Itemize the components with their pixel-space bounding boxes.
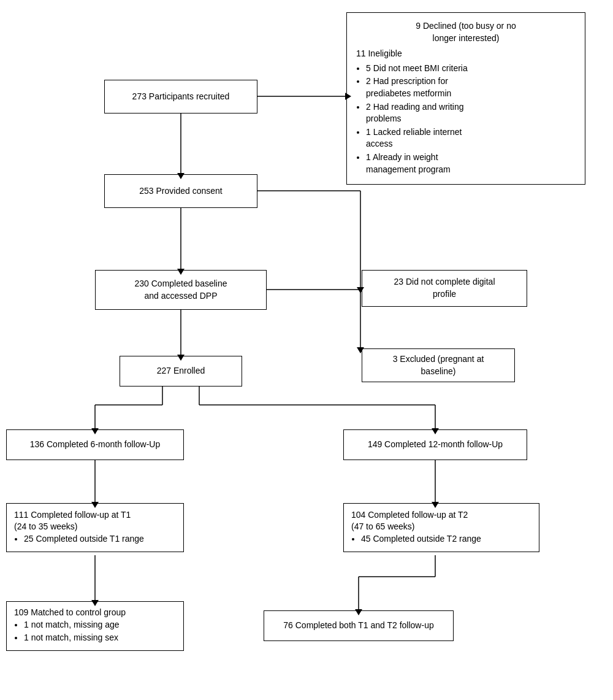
consent-text: 253 Provided consent: [139, 185, 222, 198]
participants-box: 273 Participants recruited: [104, 80, 257, 113]
both-box: 76 Completed both T1 and T2 follow-up: [264, 610, 454, 641]
ineligible-bullet-3: 2 Had reading and writingproblems: [366, 101, 468, 125]
t2-bullet-1: 45 Completed outside T2 range: [361, 533, 481, 545]
baseline-text: 230 Completed baseline and accessed DPP: [135, 278, 227, 302]
twelvemonth-text: 149 Completed 12-month follow-Up: [368, 439, 503, 451]
participants-text: 273 Participants recruited: [132, 91, 230, 103]
t1-title: 111 Completed follow-up at T1: [14, 509, 131, 521]
t2-box: 104 Completed follow-up at T2 (47 to 65 …: [343, 503, 539, 552]
ineligible-bullet-5: 1 Already in weightmanagement program: [366, 152, 468, 175]
ineligible-bullet-4: 1 Lacked reliable internetaccess: [366, 126, 468, 150]
baseline-box: 230 Completed baseline and accessed DPP: [95, 270, 267, 310]
t2-title: 104 Completed follow-up at T2: [351, 509, 468, 521]
matched-title: 109 Matched to control group: [14, 607, 126, 619]
declined-box: 9 Declined (too busy or nolonger interes…: [346, 12, 585, 185]
pregnant-text: 3 Excluded (pregnant at baseline): [393, 353, 484, 377]
t1-bullet-1: 25 Completed outside T1 range: [24, 533, 144, 545]
ineligible-bullet-1: 5 Did not meet BMI criteria: [366, 63, 468, 75]
enrolled-box: 227 Enrolled: [120, 356, 242, 387]
t1-subtitle: (24 to 35 weeks): [14, 521, 78, 533]
sixmonth-box: 136 Completed 6-month follow-Up: [6, 429, 184, 460]
declined-title: 9 Declined (too busy or nolonger interes…: [356, 20, 576, 44]
ineligible-title: 11 Ineligible: [356, 48, 402, 60]
twelvemonth-box: 149 Completed 12-month follow-Up: [343, 429, 527, 460]
consent-box: 253 Provided consent: [104, 174, 257, 208]
t2-subtitle: (47 to 65 weeks): [351, 521, 415, 533]
digital-text: 23 Did not complete digital profile: [394, 276, 495, 300]
enrolled-text: 227 Enrolled: [157, 365, 205, 377]
t1-box: 111 Completed follow-up at T1 (24 to 35 …: [6, 503, 184, 552]
matched-bullet-2: 1 not match, missing sex: [24, 632, 120, 644]
sixmonth-text: 136 Completed 6-month follow-Up: [30, 439, 160, 451]
digital-box: 23 Did not complete digital profile: [362, 270, 527, 307]
matched-bullet-1: 1 not match, missing age: [24, 619, 120, 631]
matched-box: 109 Matched to control group 1 not match…: [6, 601, 184, 651]
ineligible-bullet-2: 2 Had prescription forprediabetes metfor…: [366, 75, 468, 99]
pregnant-box: 3 Excluded (pregnant at baseline): [362, 348, 515, 382]
both-text: 76 Completed both T1 and T2 follow-up: [283, 620, 433, 632]
